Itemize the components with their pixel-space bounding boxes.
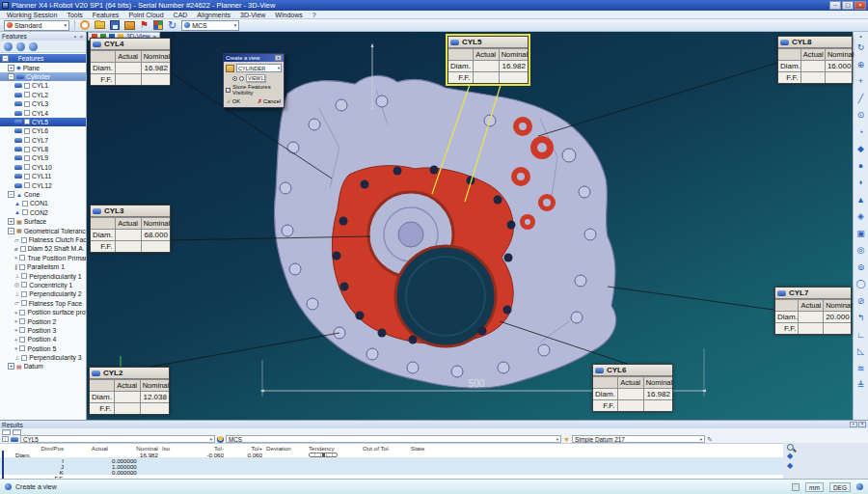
- circle-feature-icon[interactable]: ⊙: [854, 107, 868, 124]
- store-visibility-checkbox[interactable]: ✓: [226, 88, 231, 93]
- collapse-icon[interactable]: −: [8, 191, 14, 198]
- zoom-extents-icon[interactable]: ⊕: [854, 57, 868, 74]
- menu-item[interactable]: Tools: [62, 12, 87, 18]
- feature-tool-icon[interactable]: [4, 42, 13, 51]
- tree-item-features-root[interactable]: − ▦ Features: [0, 54, 86, 63]
- ok-button[interactable]: ✓ OK: [227, 98, 240, 104]
- tree-item-cylinder[interactable]: CYL3: [0, 99, 86, 108]
- tree-item-tolerance[interactable]: ⌖ Position 4: [0, 335, 86, 343]
- column-header[interactable]: Actual: [66, 445, 110, 452]
- rectangle-feature-icon[interactable]: ▣: [854, 226, 868, 243]
- feature-tool-icon[interactable]: [29, 42, 38, 51]
- create-view-dialog[interactable]: Create a view × CYLINDER ▾ VIEW1 ✓ Store…: [223, 53, 285, 108]
- edit-icon[interactable]: ✎: [707, 436, 713, 443]
- colors-icon[interactable]: [153, 20, 163, 30]
- menu-item[interactable]: Point Cloud: [123, 12, 168, 18]
- collapse-icon[interactable]: −: [2, 55, 9, 62]
- tree-item-cylinder[interactable]: CYL10: [0, 163, 86, 172]
- panel-pin-close-icons[interactable]: ▪ ×: [74, 34, 84, 40]
- tree-item-tolerance[interactable]: ⌖ Position 5: [0, 344, 86, 353]
- panel-pin-icon[interactable]: ▪: [850, 422, 857, 427]
- tree-item-tolerance[interactable]: ⊥ Perpendicularity 3: [0, 353, 86, 362]
- datum-combo[interactable]: Simple Datum 217 ▾: [572, 435, 705, 443]
- 3d-viewport[interactable]: 500 x 3D-View ×: [87, 32, 853, 420]
- prism-feature-icon[interactable]: ◈: [854, 208, 868, 226]
- expand-icon[interactable]: +: [8, 65, 14, 71]
- tree-item-cylinder[interactable]: CYL8: [0, 145, 86, 153]
- expand-icon[interactable]: +: [8, 218, 14, 225]
- corner-feature-icon[interactable]: ↰: [854, 310, 868, 327]
- column-header[interactable]: Out of Tol.: [361, 445, 409, 452]
- flag-icon[interactable]: ⚑: [140, 20, 149, 30]
- point-feature-icon[interactable]: +: [854, 73, 868, 91]
- tree-item-cylinder[interactable]: CYL5: [0, 118, 86, 126]
- maximize-icon[interactable]: ▢: [842, 1, 854, 10]
- menu-item[interactable]: CAD: [169, 12, 193, 18]
- angle-feature-icon[interactable]: ∟: [854, 327, 868, 344]
- feature-tool-icon[interactable]: [16, 42, 25, 51]
- dialog-title-bar[interactable]: Create a view ×: [224, 54, 284, 62]
- menu-item[interactable]: 3D-View: [235, 12, 270, 18]
- compass-icon[interactable]: [80, 20, 90, 30]
- callout-cyl7[interactable]: CYL7 ActualNominal Diam.20.000 F.F.: [774, 287, 852, 335]
- cone-feature-icon[interactable]: ▲: [854, 192, 868, 209]
- move-down-icon[interactable]: ◆: [787, 461, 793, 470]
- tree-item-tolerance[interactable]: ⊥ Perpendicularity 2: [0, 289, 86, 298]
- expand-icon[interactable]: +: [8, 363, 14, 370]
- close-icon[interactable]: ×: [854, 1, 866, 10]
- datum-tool-icon[interactable]: ≜: [854, 377, 868, 395]
- menu-item[interactable]: Windows: [270, 12, 307, 18]
- tree-item-cylinder[interactable]: CYL6: [0, 126, 86, 135]
- callout-cyl8[interactable]: CYL8 ActualNominal Diam.16.000 F.F.: [777, 36, 853, 84]
- tree-item-tolerance[interactable]: ∥ Parallelism 1: [0, 262, 86, 271]
- column-header[interactable]: Tol-: [183, 445, 226, 452]
- tree-item-tolerance[interactable]: ⌖ Position surface profile 1: [0, 308, 86, 316]
- menu-item[interactable]: Features: [88, 12, 124, 18]
- torus-feature-icon[interactable]: ⊚: [854, 260, 868, 277]
- column-header[interactable]: Tendency: [307, 445, 361, 452]
- tree-item-surface[interactable]: + ▦ Surface: [0, 217, 86, 226]
- tree-item-cylinder[interactable]: CYL1: [0, 81, 86, 90]
- tree-item-tolerance[interactable]: ◎ Concentricity 1: [0, 281, 86, 289]
- tree-item-cone-group[interactable]: − ▲ Cone: [0, 190, 86, 199]
- rotate-view-icon[interactable]: ↻: [854, 40, 868, 57]
- engine-block-model[interactable]: [274, 75, 615, 388]
- close-icon[interactable]: ×: [858, 422, 866, 427]
- tree-item-tolerance[interactable]: ⌖ Position 2: [0, 316, 86, 325]
- tree-item-datum[interactable]: + ▤ Datum: [0, 362, 86, 370]
- sphere-feature-icon[interactable]: ●: [854, 158, 868, 176]
- coordinate-system-combo[interactable]: MCS ▾: [226, 435, 561, 443]
- save-icon[interactable]: [110, 20, 120, 30]
- wedge-feature-icon[interactable]: ◺: [854, 343, 868, 361]
- tree-item-tolerance[interactable]: ▱ Flatness Top Face: [0, 299, 86, 308]
- tree-item-cylinder[interactable]: CYL9: [0, 153, 86, 162]
- menu-item[interactable]: Alignments: [192, 12, 235, 18]
- close-icon[interactable]: ×: [275, 55, 282, 61]
- tree-item-tolerance[interactable]: ⌖ Position 3: [0, 326, 86, 335]
- callout-cyl2[interactable]: CYL2 ActualNominal Diam.12.038 F.F.: [89, 367, 170, 415]
- surface-profile-icon[interactable]: ≋: [854, 361, 868, 378]
- units-deg-indicator[interactable]: DEG: [829, 482, 851, 492]
- callout-cyl3[interactable]: CYL3 ActualNominal Diam.68.000 F.F.: [90, 205, 171, 253]
- callout-cyl5[interactable]: CYL5 ActualNominal Diam.16.982 F.F.: [448, 36, 529, 84]
- slot-feature-icon[interactable]: ⊘: [854, 293, 868, 311]
- tree-item-plane[interactable]: + ◆ Plane: [0, 63, 86, 71]
- tree-item-cylinder[interactable]: CYL2: [0, 91, 86, 99]
- list-icon[interactable]: [2, 436, 9, 442]
- column-header[interactable]: Tol+: [226, 445, 264, 452]
- tree-item-cylinder[interactable]: CYL12: [0, 180, 86, 189]
- units-mm-indicator[interactable]: mm: [805, 482, 824, 492]
- open-folder-icon[interactable]: [95, 21, 105, 29]
- callout-cyl6[interactable]: CYL6 ActualNominal Diam.16.982 F.F.: [592, 364, 673, 412]
- plane-feature-icon[interactable]: ◆: [854, 141, 868, 158]
- tree-item-cylinder-group[interactable]: − Cylinder: [0, 72, 86, 81]
- tree-item-cone[interactable]: ▲ CON2: [0, 208, 86, 217]
- tree-item-tolerance[interactable]: ▱ Flatness Clutch Face: [0, 235, 86, 244]
- feature-select-combo[interactable]: CYL5 ▾: [20, 435, 215, 443]
- radio-option[interactable]: [239, 76, 244, 81]
- column-header[interactable]: Dim/Pos: [14, 445, 66, 452]
- toolbox-icon[interactable]: [124, 21, 135, 30]
- tree-item-cylinder[interactable]: CYL7: [0, 136, 86, 145]
- cylinder-feature-icon[interactable]: ◗: [854, 175, 868, 192]
- tree-item-cylinder[interactable]: CYL4: [0, 108, 86, 117]
